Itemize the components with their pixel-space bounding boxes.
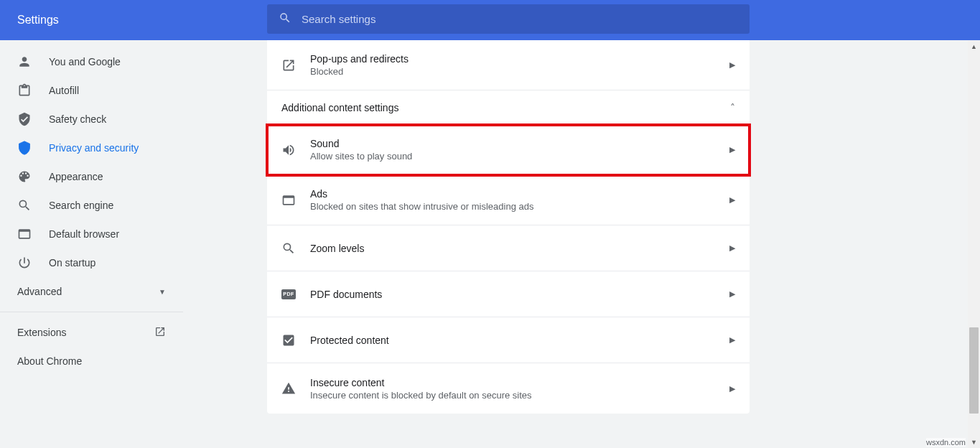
row-sound[interactable]: Sound Allow sites to play sound ▶ [267, 125, 750, 175]
chevron-right-icon: ▶ [729, 145, 735, 154]
scroll-thumb[interactable] [969, 327, 979, 414]
sidebar-item-safety-check[interactable]: Safety check [0, 105, 183, 134]
search-icon [279, 11, 291, 27]
row-ads[interactable]: Ads Blocked on sites that show intrusive… [267, 175, 750, 225]
sidebar-item-default-browser[interactable]: Default browser [0, 220, 183, 248]
page-title: Settings [17, 14, 59, 27]
ads-icon [281, 193, 296, 207]
row-sub: Allow sites to play sound [310, 151, 729, 162]
chevron-up-icon: ˄ [730, 102, 735, 113]
sidebar-item-label: Autofill [49, 85, 79, 96]
row-protected-content[interactable]: Protected content ▶ [267, 317, 750, 363]
divider [0, 312, 183, 312]
search-box[interactable] [267, 4, 750, 34]
extensions-label: Extensions [17, 327, 66, 338]
row-popups-redirects[interactable]: Pop-ups and redirects Blocked ▶ [267, 40, 750, 90]
source-watermark: wsxdn.com [926, 438, 966, 447]
shield-icon [17, 141, 32, 155]
row-label: Sound [310, 138, 729, 149]
chevron-down-icon: ▼ [159, 288, 166, 296]
chevron-right-icon: ▶ [729, 195, 735, 205]
row-label: Zoom levels [310, 243, 729, 254]
search-input[interactable] [302, 13, 661, 25]
row-sub: Blocked on sites that show intrusive or … [310, 201, 729, 212]
browser-icon [17, 227, 32, 241]
row-insecure-content[interactable]: Insecure content Insecure content is blo… [267, 363, 750, 414]
open-new-icon [281, 58, 296, 73]
power-icon [17, 256, 32, 270]
person-icon [17, 55, 32, 69]
content-card: Pop-ups and redirects Blocked ▶ Addition… [267, 40, 750, 414]
sidebar-item-label: Appearance [49, 171, 103, 182]
zoom-icon [281, 241, 296, 256]
scroll-down-icon[interactable]: ▼ [968, 436, 980, 448]
row-pdf-documents[interactable]: PDF PDF documents ▶ [267, 271, 750, 317]
warning-icon [281, 381, 296, 396]
sidebar-advanced[interactable]: Advanced ▼ [0, 277, 183, 306]
scroll-up-icon[interactable]: ▲ [968, 40, 980, 52]
external-link-icon [154, 326, 166, 340]
sidebar-about-chrome[interactable]: About Chrome [0, 347, 183, 375]
sidebar-item-label: Default browser [49, 228, 119, 240]
row-sub: Blocked [310, 66, 729, 77]
sidebar-item-label: Search engine [49, 200, 113, 211]
sidebar-item-label: You and Google [49, 56, 121, 67]
sidebar-item-autofill[interactable]: Autofill [0, 76, 183, 105]
scrollbar[interactable]: ▲ ▼ [968, 40, 980, 448]
advanced-label: Advanced [17, 286, 62, 297]
row-label: Pop-ups and redirects [310, 53, 729, 65]
section-label: Additional content settings [281, 102, 398, 113]
row-label: Protected content [310, 335, 729, 346]
chevron-right-icon: ▶ [729, 60, 735, 70]
sidebar-extensions[interactable]: Extensions [0, 318, 183, 347]
chevron-right-icon: ▶ [729, 289, 735, 299]
row-label: Insecure content [310, 377, 729, 388]
row-label: Ads [310, 188, 729, 200]
clipboard-icon [17, 83, 32, 98]
search-icon [17, 198, 32, 213]
chevron-right-icon: ▶ [729, 243, 735, 253]
protected-icon [281, 333, 296, 347]
palette-icon [17, 169, 32, 184]
sidebar: You and Google Autofill Safety check Pri… [0, 40, 183, 448]
sidebar-item-on-startup[interactable]: On startup [0, 248, 183, 277]
section-additional-content[interactable]: Additional content settings ˄ [267, 90, 750, 125]
sidebar-item-label: Safety check [49, 113, 106, 125]
right-gutter [750, 40, 980, 448]
row-sub: Insecure content is blocked by default o… [310, 390, 729, 401]
header-bar: Settings [0, 0, 980, 40]
sound-icon [281, 143, 296, 157]
sidebar-item-you-and-google[interactable]: You and Google [0, 47, 183, 76]
sidebar-item-appearance[interactable]: Appearance [0, 162, 183, 191]
pdf-icon: PDF [281, 287, 296, 302]
sidebar-item-privacy-security[interactable]: Privacy and security [0, 134, 183, 162]
chevron-right-icon: ▶ [729, 335, 735, 345]
sidebar-item-search-engine[interactable]: Search engine [0, 191, 183, 220]
row-label: PDF documents [310, 289, 729, 300]
shield-check-icon [17, 112, 32, 126]
chevron-right-icon: ▶ [729, 384, 735, 393]
row-zoom-levels[interactable]: Zoom levels ▶ [267, 225, 750, 271]
sidebar-item-label: On startup [49, 257, 95, 269]
sidebar-item-label: Privacy and security [49, 142, 139, 154]
about-label: About Chrome [17, 355, 82, 367]
